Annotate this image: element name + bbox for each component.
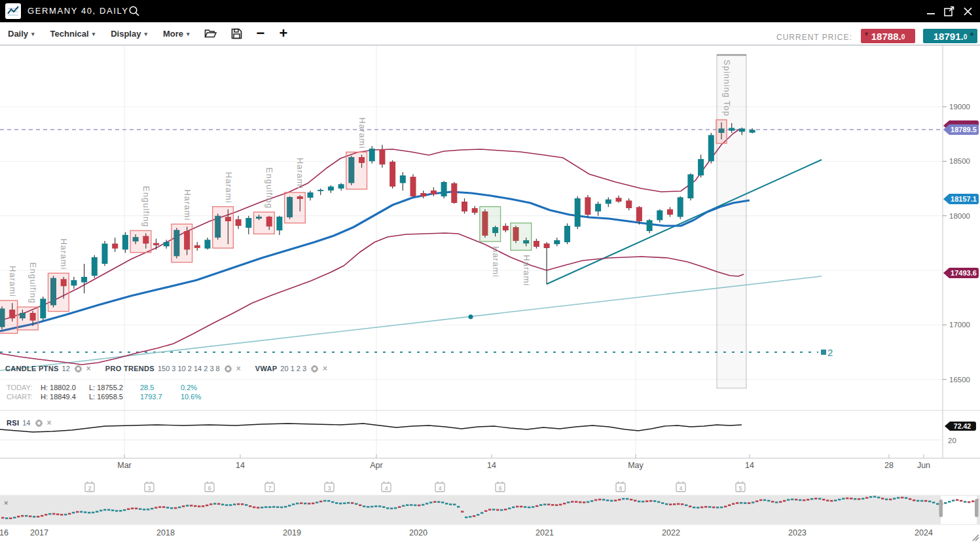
navigator-mini-candle bbox=[162, 506, 165, 508]
navigator-selected-window[interactable] bbox=[941, 496, 977, 524]
navigator-mini-candle bbox=[151, 508, 153, 510]
calendar-week-icon[interactable]: 2 bbox=[85, 482, 94, 492]
gear-icon[interactable] bbox=[35, 419, 43, 427]
remove-indicator-icon[interactable]: × bbox=[236, 364, 241, 373]
candle-pattern-box[interactable] bbox=[285, 192, 306, 223]
navigator-mini-candle bbox=[528, 507, 530, 509]
vwap-line-dot[interactable] bbox=[469, 315, 473, 319]
navigator-mini-candle bbox=[461, 511, 463, 513]
calendar-week-icon[interactable]: 6 bbox=[496, 482, 505, 492]
candle-body bbox=[564, 226, 570, 242]
navigator-mini-candle bbox=[803, 499, 805, 501]
navigator-year-label: 2022 bbox=[662, 528, 680, 537]
open-folder-icon[interactable] bbox=[204, 28, 217, 39]
search-icon[interactable] bbox=[128, 5, 140, 20]
navigator-mini-candle bbox=[614, 499, 617, 501]
navigator-mini-candle bbox=[343, 503, 346, 505]
candle-body bbox=[431, 190, 437, 194]
navigator-mini-candle bbox=[154, 507, 157, 509]
level-marker-square[interactable] bbox=[821, 350, 826, 355]
gear-icon[interactable] bbox=[310, 365, 319, 373]
candle-pattern-box[interactable] bbox=[0, 300, 18, 333]
navigator-mini-candle bbox=[457, 506, 460, 508]
remove-indicator-icon[interactable]: × bbox=[47, 418, 52, 427]
candle-pattern-box[interactable] bbox=[716, 120, 727, 143]
candle-pattern-box[interactable] bbox=[17, 307, 38, 330]
navigator-mini-candle bbox=[331, 501, 334, 503]
candle-pattern-box[interactable] bbox=[172, 224, 192, 262]
calendar-week-icon[interactable]: 3 bbox=[325, 482, 334, 492]
navigator-mini-candle bbox=[339, 503, 342, 505]
sell-price-button[interactable]: ▼ 18788.0 bbox=[861, 29, 915, 43]
calendar-week-icon[interactable]: 6 bbox=[616, 482, 625, 492]
navigator-mini-candle bbox=[555, 504, 558, 506]
navigator-mini-candle bbox=[524, 506, 526, 508]
calendar-week-icon[interactable]: 4 bbox=[382, 482, 391, 492]
navigator-year-label: 2017 bbox=[30, 528, 48, 537]
pattern-label: Harami bbox=[491, 246, 501, 278]
x-axis-label: 14 bbox=[487, 461, 496, 470]
calendar-week-icon[interactable]: 3 bbox=[145, 482, 154, 492]
candle-pattern-box[interactable] bbox=[48, 273, 69, 311]
chart-stats-row: CHART:H: 18849.4 L: 16958.51793.7 10.6% bbox=[7, 392, 201, 401]
price-stats: TODAY:H: 18802.0 L: 18755.228.5 0.2% CHA… bbox=[7, 383, 201, 401]
calendar-week-number: 4 bbox=[439, 485, 442, 492]
navigator-mini-candle bbox=[241, 503, 244, 505]
candle-pattern-box[interactable] bbox=[213, 207, 234, 248]
save-icon[interactable] bbox=[231, 28, 242, 39]
resize-handle-icon[interactable] bbox=[973, 535, 979, 541]
navigator-mini-candle bbox=[634, 500, 636, 502]
navigator-mini-candle bbox=[618, 499, 621, 501]
buy-price: 18791. bbox=[934, 31, 964, 42]
calendar-week-number: 3 bbox=[148, 485, 151, 492]
gear-icon[interactable] bbox=[224, 365, 232, 373]
candle-body bbox=[534, 241, 539, 247]
calendar-week-icon[interactable]: 7 bbox=[265, 482, 274, 492]
calendar-week-icon[interactable]: 6 bbox=[205, 482, 214, 492]
navigator-mini-candle bbox=[367, 506, 369, 508]
x-axis-label: Jun bbox=[917, 461, 930, 470]
candle-body bbox=[750, 130, 755, 132]
menu-technical[interactable]: Technical▾ bbox=[50, 29, 96, 39]
calendar-week-icon[interactable]: 4 bbox=[435, 482, 445, 492]
menu-more[interactable]: More▾ bbox=[163, 29, 190, 39]
popout-button[interactable] bbox=[943, 5, 955, 17]
gear-icon[interactable] bbox=[74, 365, 82, 373]
navigator-mini-candle bbox=[708, 506, 711, 508]
zoom-in-button[interactable]: + bbox=[279, 27, 287, 40]
navigator-mini-candle bbox=[681, 503, 683, 505]
candle-pattern-box[interactable] bbox=[480, 207, 501, 242]
navigator-mini-candle bbox=[276, 506, 279, 508]
navigator-left-handle[interactable] bbox=[939, 499, 943, 517]
close-button[interactable] bbox=[962, 5, 973, 17]
navigator-mini-candle bbox=[213, 503, 216, 505]
price-axis-tick-label: 18000 bbox=[949, 212, 970, 220]
navigator-mini-candle bbox=[268, 506, 271, 508]
navigator-mini-candle bbox=[909, 498, 911, 500]
minimize-button[interactable] bbox=[925, 5, 937, 17]
navigator-mini-candle bbox=[103, 509, 106, 511]
candle-pattern-box[interactable] bbox=[254, 212, 275, 234]
candle-pattern-box[interactable] bbox=[130, 230, 151, 252]
navigator-mini-candle bbox=[881, 497, 884, 499]
navigator-close-icon[interactable]: × bbox=[4, 499, 8, 507]
candle-pattern-box[interactable] bbox=[511, 223, 532, 251]
candle-body bbox=[71, 280, 77, 285]
menu-daily[interactable]: Daily▾ bbox=[8, 29, 35, 39]
calendar-week-icon[interactable]: 4 bbox=[676, 482, 685, 492]
candle-body bbox=[112, 244, 118, 249]
pro-trend-line[interactable] bbox=[547, 160, 822, 284]
navigator-mini-candle bbox=[465, 516, 467, 518]
navigator-mini-candle bbox=[799, 499, 801, 501]
navigator-mini-candle bbox=[968, 501, 970, 503]
buy-price-button[interactable]: 18791.0 ▲ bbox=[923, 29, 977, 43]
calendar-week-icon[interactable]: 5 bbox=[736, 482, 745, 492]
candle-pattern-box[interactable] bbox=[346, 152, 367, 189]
candle-body bbox=[472, 208, 478, 213]
navigator-right-handle[interactable] bbox=[975, 499, 979, 517]
remove-indicator-icon[interactable]: × bbox=[86, 364, 91, 373]
zoom-out-button[interactable]: − bbox=[257, 27, 265, 40]
remove-indicator-icon[interactable]: × bbox=[323, 364, 327, 373]
menu-display[interactable]: Display▾ bbox=[111, 29, 147, 39]
navigator-mini-candle bbox=[143, 509, 145, 511]
